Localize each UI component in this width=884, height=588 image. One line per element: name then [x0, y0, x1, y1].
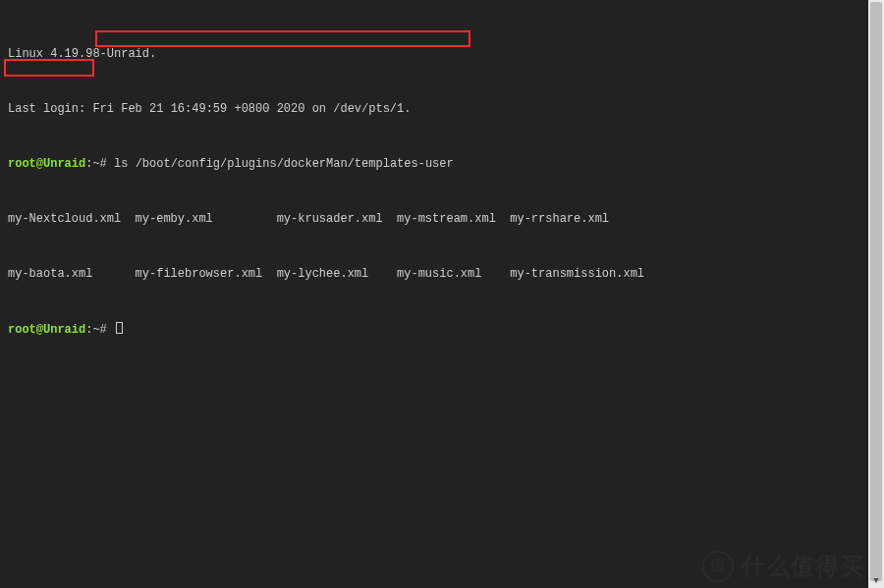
ls-file: my-krusader.xml — [277, 212, 397, 226]
motd-text: Linux 4.19.98-Unraid. — [8, 47, 156, 61]
ls-output-row-2: my-baota.xmlmy-filebrowser.xmlmy-lychee.… — [8, 267, 876, 281]
prompt-line-2[interactable]: root@Unraid:~# — [8, 322, 876, 336]
ls-file: my-mstream.xml — [397, 212, 510, 226]
ls-file: my-Nextcloud.xml — [8, 212, 136, 226]
motd-line: Linux 4.19.98-Unraid. — [8, 47, 876, 61]
highlight-command — [95, 30, 470, 47]
scroll-down-icon[interactable]: ▼ — [868, 574, 884, 588]
last-login-line: Last login: Fri Feb 21 16:49:59 +0800 20… — [8, 102, 876, 116]
ls-file: my-transmission.xml — [510, 267, 651, 281]
ls-file: my-baota.xml — [8, 267, 136, 281]
command-text: ls /boot/config/plugins/dockerMan/templa… — [114, 157, 454, 171]
ls-file: my-emby.xml — [136, 212, 277, 226]
ls-file: my-filebrowser.xml — [136, 267, 277, 281]
scrollbar[interactable]: ▲ ▼ — [868, 0, 884, 588]
prompt-line-1: root@Unraid:~# ls /boot/config/plugins/d… — [8, 157, 876, 171]
scrollbar-thumb[interactable] — [870, 2, 882, 581]
prompt-user: root@Unraid — [8, 323, 85, 337]
terminal-output[interactable]: Linux 4.19.98-Unraid. Last login: Fri Fe… — [0, 0, 884, 588]
prompt-separator: :~# — [85, 157, 114, 171]
terminal-window[interactable]: Linux 4.19.98-Unraid. Last login: Fri Fe… — [0, 0, 884, 588]
ls-output-row-1: my-Nextcloud.xmlmy-emby.xmlmy-krusader.x… — [8, 212, 876, 226]
cursor — [116, 322, 123, 334]
prompt-user: root@Unraid — [8, 157, 85, 171]
highlight-file — [4, 59, 94, 77]
ls-file: my-music.xml — [397, 267, 510, 281]
ls-file: my-lychee.xml — [277, 267, 397, 281]
prompt-separator: :~# — [85, 323, 114, 337]
last-login-text: Last login: Fri Feb 21 16:49:59 +0800 20… — [8, 102, 411, 116]
ls-file: my-rrshare.xml — [510, 212, 651, 226]
